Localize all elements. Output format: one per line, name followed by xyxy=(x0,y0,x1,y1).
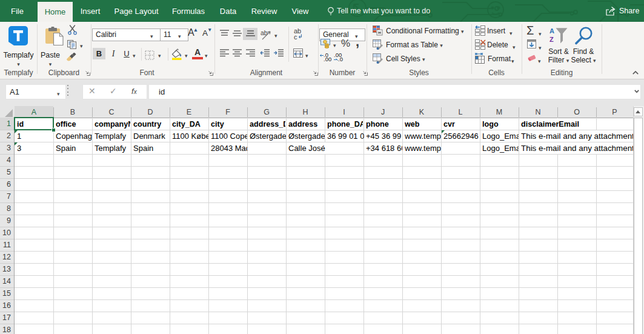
svg-text:A: A xyxy=(549,27,554,35)
svg-text:Z: Z xyxy=(549,36,554,43)
svg-text:c: c xyxy=(294,33,297,40)
